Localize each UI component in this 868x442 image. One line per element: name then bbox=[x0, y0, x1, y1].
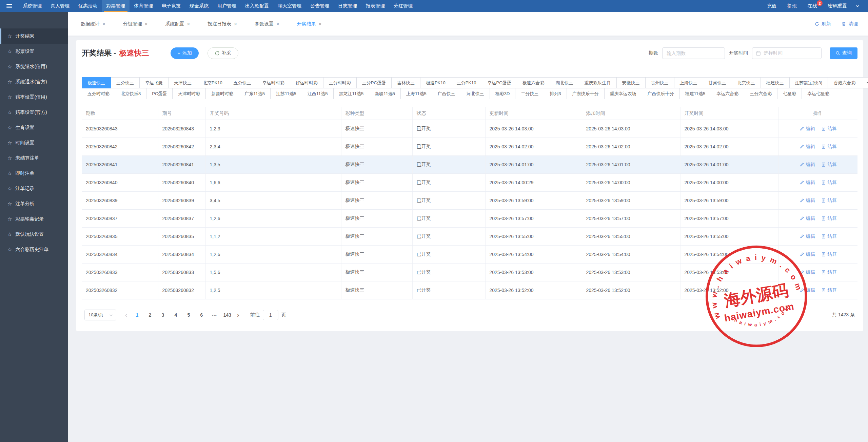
tab-6[interactable]: 开奖结果× bbox=[297, 21, 322, 27]
game-tab-2-1[interactable]: 五分时时彩 bbox=[82, 88, 115, 99]
game-tab-2-9[interactable]: 黑龙江11选5 bbox=[333, 88, 370, 99]
nav-item-3[interactable]: 优惠活动 bbox=[74, 0, 102, 12]
sidebar-item-10[interactable]: ☆即时注单 bbox=[0, 166, 68, 181]
game-tab-1-11[interactable]: 吉林快三 bbox=[391, 77, 420, 88]
tab-5[interactable]: 参数设置× bbox=[255, 21, 279, 27]
page-number-4[interactable]: 4 bbox=[171, 310, 181, 320]
per-page-select[interactable]: 10条/页 bbox=[84, 310, 116, 320]
game-tab-2-18[interactable]: 重庆幸运农场 bbox=[604, 88, 642, 99]
game-tab-2-14[interactable]: 福彩3D bbox=[490, 88, 516, 99]
sidebar-item-15[interactable]: ☆六合彩历史注单 bbox=[0, 242, 68, 257]
game-tab-1-14[interactable]: 幸运PC蛋蛋 bbox=[482, 77, 517, 88]
tab-4[interactable]: 投注日报表× bbox=[208, 21, 237, 27]
game-tab-2-2[interactable]: 北京快乐8 bbox=[115, 88, 146, 99]
settle-button[interactable]: 结算 bbox=[821, 269, 837, 275]
game-tab-1-26[interactable]: 十分快三 bbox=[861, 77, 868, 88]
page-number-6[interactable]: 6 bbox=[196, 310, 206, 320]
tab-3[interactable]: 系统配置× bbox=[165, 21, 190, 27]
draw-time-picker[interactable]: 选择时间 bbox=[752, 47, 822, 59]
nav-item-1[interactable]: 系统管理 bbox=[18, 0, 46, 12]
nav-item-8[interactable]: 用户管理 bbox=[213, 0, 241, 12]
settle-button[interactable]: 结算 bbox=[821, 126, 837, 132]
game-tab-1-7[interactable]: 幸运时时彩 bbox=[257, 77, 290, 88]
settle-button[interactable]: 结算 bbox=[821, 162, 837, 168]
sidebar-item-1[interactable]: ☆开奖结果 bbox=[0, 28, 68, 44]
settle-button[interactable]: 结算 bbox=[821, 287, 837, 293]
game-tab-1-22[interactable]: 北京快三 bbox=[732, 77, 761, 88]
sidebar-item-4[interactable]: ☆系统退水(官方) bbox=[0, 74, 68, 89]
nav-item-11[interactable]: 公告管理 bbox=[306, 0, 334, 12]
game-tab-1-12[interactable]: 极速PK10 bbox=[420, 77, 451, 88]
sidebar-item-9[interactable]: ☆未结算注单 bbox=[0, 150, 68, 166]
game-tab-2-16[interactable]: 排列3 bbox=[544, 88, 567, 99]
prev-page-button[interactable]: ‹ bbox=[125, 311, 127, 319]
settle-button[interactable]: 结算 bbox=[821, 215, 837, 222]
sidebar-item-5[interactable]: ☆赔率设置(信用) bbox=[0, 89, 68, 105]
game-tab-2-12[interactable]: 广西快三 bbox=[432, 88, 461, 99]
sidebar-item-6[interactable]: ☆赔率设置(官方) bbox=[0, 105, 68, 120]
nav-item-2[interactable]: 真人管理 bbox=[46, 0, 74, 12]
refresh-button[interactable]: 刷新 bbox=[814, 21, 831, 27]
page-number-3[interactable]: 3 bbox=[158, 310, 168, 320]
game-tab-1-8[interactable]: 好运时时彩 bbox=[290, 77, 323, 88]
nav-item-10[interactable]: 聊天室管理 bbox=[273, 0, 306, 12]
sidebar-item-11[interactable]: ☆注单记录 bbox=[0, 181, 68, 196]
game-tab-2-7[interactable]: 江苏11选5 bbox=[270, 88, 302, 99]
game-tab-1-24[interactable]: 江苏骰宝(快3) bbox=[789, 77, 828, 88]
game-tab-1-23[interactable]: 福建快三 bbox=[761, 77, 790, 88]
hamburger-menu-icon[interactable] bbox=[0, 0, 18, 12]
nav-item-9[interactable]: 出入款配置 bbox=[241, 0, 273, 12]
ellipsis-icon[interactable]: ••• bbox=[209, 310, 219, 320]
game-tab-1-4[interactable]: 天津快三 bbox=[168, 77, 197, 88]
game-tab-2-24[interactable]: 幸运七星彩 bbox=[802, 88, 835, 99]
clear-button[interactable]: 清理 bbox=[841, 21, 858, 27]
page-number-2[interactable]: 2 bbox=[145, 310, 155, 320]
nav-item-14[interactable]: 分红管理 bbox=[389, 0, 417, 12]
sidebar-item-3[interactable]: ☆系统退水(信用) bbox=[0, 59, 68, 74]
game-tab-1-16[interactable]: 湖北快三 bbox=[550, 77, 579, 88]
game-tab-2-19[interactable]: 广西快乐十分 bbox=[642, 88, 680, 99]
close-icon[interactable]: × bbox=[102, 21, 105, 26]
nav-right-item-4[interactable]: 密码重置 bbox=[823, 0, 852, 12]
game-tab-1-21[interactable]: 甘肃快三 bbox=[703, 77, 732, 88]
game-tab-2-6[interactable]: 广东11选5 bbox=[239, 88, 271, 99]
edit-button[interactable]: 编辑 bbox=[800, 215, 815, 222]
sidebar-item-14[interactable]: ☆默认玩法设置 bbox=[0, 227, 68, 242]
settle-button[interactable]: 结算 bbox=[821, 233, 837, 239]
nav-item-13[interactable]: 报表管理 bbox=[361, 0, 389, 12]
game-tab-1-9[interactable]: 三分时时彩 bbox=[323, 77, 357, 88]
recollect-button[interactable]: 补采 bbox=[208, 47, 238, 59]
game-tab-1-13[interactable]: 三分PK10 bbox=[451, 77, 482, 88]
nav-item-4[interactable]: 彩票管理 bbox=[102, 0, 130, 12]
nav-right-item-3[interactable]: 在线2 bbox=[802, 0, 823, 12]
game-tab-1-15[interactable]: 极速六合彩 bbox=[517, 77, 550, 88]
edit-button[interactable]: 编辑 bbox=[800, 269, 815, 275]
settle-button[interactable]: 结算 bbox=[821, 197, 837, 204]
edit-button[interactable]: 编辑 bbox=[800, 287, 815, 293]
settle-button[interactable]: 结算 bbox=[821, 251, 837, 257]
search-button[interactable]: 查询 bbox=[830, 47, 857, 59]
game-tab-2-3[interactable]: PC蛋蛋 bbox=[146, 88, 173, 99]
tab-1[interactable]: 数据统计× bbox=[81, 21, 105, 27]
game-tab-2-4[interactable]: 天津时时彩 bbox=[172, 88, 206, 99]
page-number-143[interactable]: 143 bbox=[222, 310, 232, 320]
nav-item-5[interactable]: 体育管理 bbox=[130, 0, 157, 12]
sidebar-item-2[interactable]: ☆彩票设置 bbox=[0, 44, 68, 59]
close-icon[interactable]: × bbox=[276, 21, 279, 26]
game-tab-2-22[interactable]: 三分六合彩 bbox=[744, 88, 777, 99]
game-tab-1-17[interactable]: 重庆欢乐生肖 bbox=[579, 77, 617, 88]
goto-page-input[interactable] bbox=[263, 310, 278, 320]
game-tab-2-8[interactable]: 江西11选5 bbox=[302, 88, 334, 99]
settle-button[interactable]: 结算 bbox=[821, 144, 837, 150]
nav-right-item-2[interactable]: 提现 bbox=[782, 0, 802, 12]
sidebar-item-12[interactable]: ☆注单分析 bbox=[0, 196, 68, 211]
edit-button[interactable]: 编辑 bbox=[800, 126, 815, 132]
next-page-button[interactable]: › bbox=[237, 311, 239, 319]
game-tab-2-5[interactable]: 新疆时时彩 bbox=[205, 88, 239, 99]
nav-right-item-1[interactable]: 充值 bbox=[762, 0, 782, 12]
game-tab-1-2[interactable]: 三分快三 bbox=[111, 77, 140, 88]
game-tab-2-15[interactable]: 二分快三 bbox=[515, 88, 544, 99]
add-button[interactable]: + 添加 bbox=[171, 47, 198, 59]
close-icon[interactable]: × bbox=[234, 21, 237, 26]
close-icon[interactable]: × bbox=[319, 21, 322, 26]
